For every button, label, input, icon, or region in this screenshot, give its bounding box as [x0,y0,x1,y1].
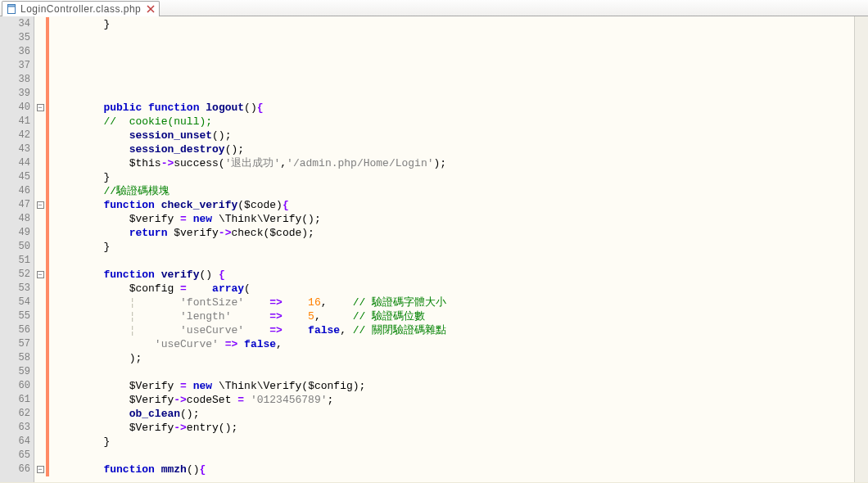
code-line[interactable]: return $verify->check($code); [49,226,854,240]
line-number: 54 [0,296,34,309]
code-line[interactable]: } [49,170,854,184]
code-line[interactable]: } [49,240,854,254]
line-number: 42 [0,129,34,142]
line-number: 63 [0,421,34,435]
code-line[interactable]: function check_verify($code){ [49,198,854,212]
code-line[interactable] [49,31,854,45]
fold-cell [34,435,46,449]
svg-rect-1 [8,5,16,7]
fold-cell [34,142,46,156]
line-number: 61 [0,393,34,407]
fold-cell [34,170,46,184]
line-number: 39 [0,87,34,101]
fold-cell [34,379,46,393]
code-line[interactable]: ¦ 'fontSize' => 16, // 驗證碼字體大小 [49,296,854,309]
code-line[interactable]: // cookie(null); [49,115,854,129]
code-line[interactable]: function verify() { [49,268,854,282]
line-number-gutter: 3435363738394041424344454647484950515253… [0,16,34,482]
code-line[interactable]: $Verify->entry(); [49,421,854,435]
fold-toggle-icon[interactable]: − [37,271,44,278]
fold-cell [34,115,46,129]
code-line[interactable]: $this->success('退出成功','/admin.php/Home/L… [49,156,854,170]
line-number: 48 [0,212,34,226]
file-tab[interactable]: LoginController.class.php [2,1,160,16]
fold-cell [34,184,46,198]
code-line[interactable] [49,87,854,101]
fold-toggle-icon[interactable]: − [37,201,44,209]
line-number: 58 [0,351,34,365]
line-number: 35 [0,31,34,45]
fold-cell [34,365,46,379]
fold-column: −−−− [34,16,46,482]
code-line[interactable]: $verify = new \Think\Verify(); [49,212,854,226]
code-line[interactable]: //驗證碼模塊 [49,184,854,198]
line-number: 59 [0,365,34,379]
code-line[interactable]: 'useCurve' => false, [49,337,854,351]
line-number: 43 [0,142,34,156]
code-line[interactable]: } [49,435,854,449]
line-number: 53 [0,282,34,296]
line-number: 34 [0,17,34,31]
line-number: 40 [0,101,34,115]
fold-cell [34,129,46,142]
fold-cell [34,17,46,31]
line-number: 45 [0,170,34,184]
fold-cell [34,226,46,240]
code-line[interactable]: } [49,17,854,31]
code-area[interactable]: } public function logout(){ // cookie(nu… [49,16,854,482]
fold-toggle-icon[interactable]: − [37,466,44,473]
line-number: 49 [0,226,34,240]
code-line[interactable] [49,365,854,379]
code-line[interactable] [49,73,854,87]
fold-cell [34,87,46,101]
fold-cell [34,240,46,254]
code-line[interactable]: ¦ 'useCurve' => false, // 關閉驗證碼雜點 [49,323,854,337]
fold-cell: − [34,101,46,115]
fold-cell: − [34,463,46,476]
vertical-scrollbar[interactable] [854,16,868,482]
line-number: 38 [0,73,34,87]
line-number: 47 [0,198,34,212]
line-number: 57 [0,337,34,351]
fold-cell [34,73,46,87]
fold-cell [34,393,46,407]
code-line[interactable]: $config = array( [49,282,854,296]
fold-cell [34,45,46,59]
line-number: 62 [0,407,34,421]
fold-cell [34,337,46,351]
line-number: 55 [0,309,34,323]
fold-toggle-icon[interactable]: − [37,104,44,111]
fold-cell [34,421,46,435]
fold-cell [34,156,46,170]
code-editor[interactable]: 3435363738394041424344454647484950515253… [0,16,868,482]
code-line[interactable]: ob_clean(); [49,407,854,421]
line-number: 66 [0,463,34,476]
code-line[interactable]: $Verify->codeSet = '0123456789'; [49,393,854,407]
code-line[interactable] [49,254,854,268]
fold-cell [34,254,46,268]
code-line[interactable]: session_destroy(); [49,142,854,156]
line-number: 60 [0,379,34,393]
line-number: 51 [0,254,34,268]
line-number: 46 [0,184,34,198]
line-number: 36 [0,45,34,59]
fold-cell [34,407,46,421]
fold-cell [34,449,46,463]
code-line[interactable]: public function logout(){ [49,101,854,115]
code-line[interactable] [49,59,854,73]
code-line[interactable]: $Verify = new \Think\Verify($config); [49,379,854,393]
file-icon [6,3,17,15]
code-line[interactable]: ¦ 'length' => 5, // 驗證碼位數 [49,309,854,323]
line-number: 44 [0,156,34,170]
close-icon[interactable] [146,4,156,14]
code-line[interactable]: session_unset(); [49,129,854,142]
tab-bar: LoginController.class.php [0,0,868,16]
line-number: 37 [0,59,34,73]
line-number: 64 [0,435,34,449]
code-line[interactable] [49,45,854,59]
code-line[interactable] [49,449,854,463]
fold-cell [34,309,46,323]
code-line[interactable]: function mmzh(){ [49,463,854,476]
code-line[interactable]: ); [49,351,854,365]
fold-cell [34,351,46,365]
